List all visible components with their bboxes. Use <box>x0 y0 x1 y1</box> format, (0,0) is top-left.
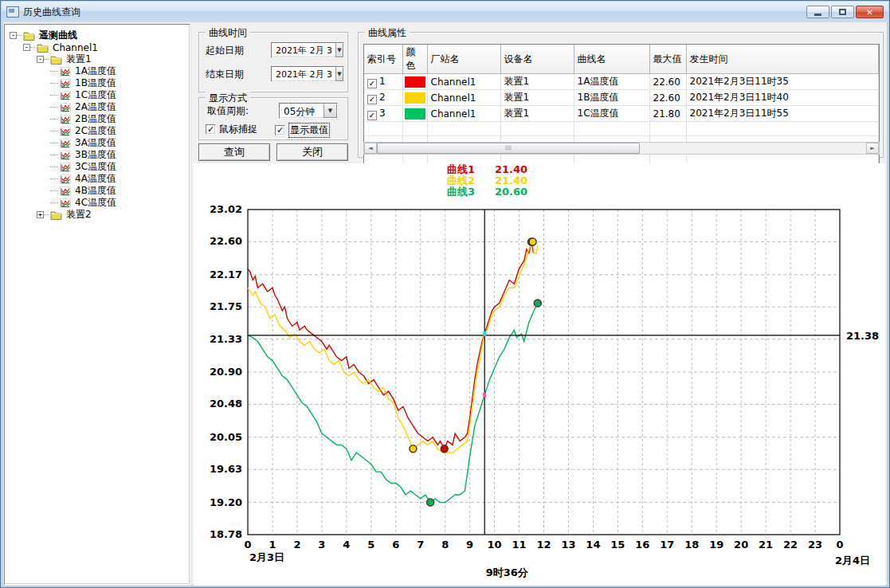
col-header-index[interactable]: 索引号 <box>364 45 402 74</box>
end-date-dropdown-icon[interactable]: ▼ <box>335 67 343 81</box>
legend-series-name: 曲线2 <box>447 175 495 186</box>
tree-connector <box>50 202 58 203</box>
scroll-track[interactable] <box>377 143 866 154</box>
period-dropdown-icon[interactable]: ▼ <box>323 104 337 118</box>
tree-item-2A温度值[interactable]: 2A温度值 <box>5 101 190 113</box>
tree-item-装置2[interactable]: +装置2 <box>5 209 190 221</box>
tree-item-Channel1[interactable]: -Channel1 <box>5 41 190 53</box>
y-axis-tick-label: 21.75 <box>210 300 242 312</box>
scroll-thumb[interactable] <box>377 143 640 154</box>
tree-item-3A温度值[interactable]: 3A温度值 <box>5 137 190 149</box>
tree-connector <box>50 119 58 120</box>
close-button[interactable]: ✕ <box>856 6 884 18</box>
x-axis-tick-label: 1 <box>269 539 276 551</box>
max-value-cell: 22.60 <box>649 90 686 106</box>
end-date-combo[interactable]: 2021年 2月 3 ▼ <box>271 66 344 82</box>
history-curve-chart[interactable]: 23.0222.6022.1721.7521.3320.9020.4820.05… <box>194 163 885 586</box>
tree-item-label: 遥测曲线 <box>37 29 79 42</box>
curve-properties-groupbox: 曲线属性 索引号 颜色 厂站名 设备名 曲线名 最大值 <box>358 32 884 158</box>
x-axis-tick-label: 4 <box>343 539 350 551</box>
minimize-icon <box>814 14 821 16</box>
cursor-hit-marker <box>483 393 486 398</box>
period-combo[interactable]: 05分钟 ▼ <box>279 103 338 119</box>
expand-icon[interactable]: + <box>37 211 44 218</box>
x-axis-tick-label: 9 <box>466 539 473 551</box>
chart-legend: 曲线121.40曲线221.40曲线320.60 <box>447 164 527 198</box>
collapse-icon[interactable]: - <box>10 32 17 39</box>
title-bar[interactable]: 历史曲线查询 ✕ <box>2 2 888 22</box>
minimize-button[interactable] <box>806 6 829 18</box>
chart-area[interactable]: 曲线121.40曲线221.40曲线320.60 23.0222.6022.17… <box>194 163 885 586</box>
tree-item-装置1[interactable]: -装置1 <box>5 53 190 65</box>
time-cell: 2021年2月3日11时35 <box>686 74 879 90</box>
x-axis-tick-label: 8 <box>441 539 449 551</box>
table-empty-row <box>364 122 879 136</box>
x-axis-tick-label: 7 <box>417 539 424 551</box>
table-row[interactable]: ✓1Channel1装置11A温度值22.602021年2月3日11时35 <box>364 74 879 90</box>
app-window: 历史曲线查询 ✕ -遥测曲线-Channel1-装置11A温度值1B温度值1C温… <box>0 0 890 588</box>
col-header-device[interactable]: 设备名 <box>500 45 574 74</box>
tree-item-1A温度值[interactable]: 1A温度值 <box>5 65 190 77</box>
min-marker-曲线2 <box>410 445 417 453</box>
legend-series-value: 21.40 <box>495 164 527 175</box>
col-header-station[interactable]: 厂站名 <box>427 45 500 74</box>
row-checkbox[interactable]: ✓ <box>367 79 377 88</box>
col-header-curve[interactable]: 曲线名 <box>574 45 649 74</box>
cursor-value-label: 21.38 <box>846 330 879 342</box>
folder-icon <box>23 31 35 41</box>
time-cell: 2021年2月3日11时40 <box>686 90 879 106</box>
tree-item-4B温度值[interactable]: 4B温度值 <box>5 185 190 197</box>
device-cell: 装置1 <box>500 90 574 106</box>
close-dialog-button[interactable]: 关闭 <box>276 143 348 161</box>
tree-connector <box>50 143 58 143</box>
mouse-capture-checkmark[interactable]: ✓ <box>206 124 216 135</box>
period-label: 取值周期: <box>207 104 249 118</box>
table-header-row: 索引号 颜色 厂站名 设备名 曲线名 最大值 发生时间 <box>364 45 879 74</box>
tree-connector <box>50 190 58 191</box>
collapse-icon[interactable]: - <box>37 56 44 63</box>
col-header-time[interactable]: 发生时间 <box>686 45 879 74</box>
curve-name-cell: 1A温度值 <box>574 74 649 90</box>
y-axis-tick-label: 22.60 <box>210 235 242 247</box>
start-date-dropdown-icon[interactable]: ▼ <box>335 43 343 57</box>
table-row[interactable]: ✓3Channel1装置11C温度值21.802021年2月3日11时55 <box>364 106 879 122</box>
curve-icon <box>60 151 71 160</box>
curve-tree-panel[interactable]: -遥测曲线-Channel1-装置11A温度值1B温度值1C温度值2A温度值2B… <box>4 24 190 585</box>
row-checkbox[interactable]: ✓ <box>367 111 377 120</box>
tree-item-遥测曲线[interactable]: -遥测曲线 <box>5 29 190 41</box>
show-extremes-checkmark[interactable]: ✓ <box>275 125 285 135</box>
table-hscrollbar[interactable]: ◄ ► <box>363 142 880 155</box>
display-mode-title: 显示方式 <box>206 92 250 105</box>
x-axis-tick-label: 6 <box>392 539 399 551</box>
tree-connector <box>50 107 58 108</box>
tree-connector <box>50 71 58 72</box>
scroll-right-icon[interactable]: ► <box>866 143 879 154</box>
tree-item-1C温度值[interactable]: 1C温度值 <box>5 89 190 101</box>
tree-item-4C温度值[interactable]: 4C温度值 <box>5 197 190 209</box>
mouse-capture-checkbox[interactable]: ✓ 鼠标捕捉 <box>206 123 257 136</box>
query-button[interactable]: 查询 <box>198 143 270 161</box>
tree-item-1B温度值[interactable]: 1B温度值 <box>5 77 190 89</box>
y-axis-tick-label: 19.63 <box>210 463 242 475</box>
tree-item-label: Channel1 <box>51 42 100 53</box>
tree-item-2B温度值[interactable]: 2B温度值 <box>5 113 190 125</box>
tree-item-3C温度值[interactable]: 3C温度值 <box>5 161 190 173</box>
tree-item-3B温度值[interactable]: 3B温度值 <box>5 149 190 161</box>
tree-item-2C温度值[interactable]: 2C温度值 <box>5 125 190 137</box>
col-header-max[interactable]: 最大值 <box>649 45 686 74</box>
tree-item-4A温度值[interactable]: 4A温度值 <box>5 173 190 185</box>
table-row[interactable]: ✓2Channel1装置11B温度值22.602021年2月3日11时40 <box>364 90 879 106</box>
maximize-button[interactable] <box>831 6 854 18</box>
legend-series-name: 曲线3 <box>447 186 495 198</box>
show-extremes-checkbox[interactable]: ✓ 显示最值 <box>275 123 330 138</box>
col-header-color[interactable]: 颜色 <box>402 45 427 74</box>
show-extremes-label: 显示最值 <box>288 123 330 138</box>
scroll-left-icon[interactable]: ◄ <box>364 143 377 154</box>
row-index: 1 <box>379 76 386 87</box>
row-checkbox[interactable]: ✓ <box>367 95 377 104</box>
collapse-icon[interactable]: - <box>23 44 30 51</box>
y-axis-tick-label: 21.33 <box>210 333 242 345</box>
color-swatch <box>405 76 425 88</box>
window-title: 历史曲线查询 <box>23 6 80 19</box>
start-date-combo[interactable]: 2021年 2月 3 ▼ <box>271 42 344 58</box>
